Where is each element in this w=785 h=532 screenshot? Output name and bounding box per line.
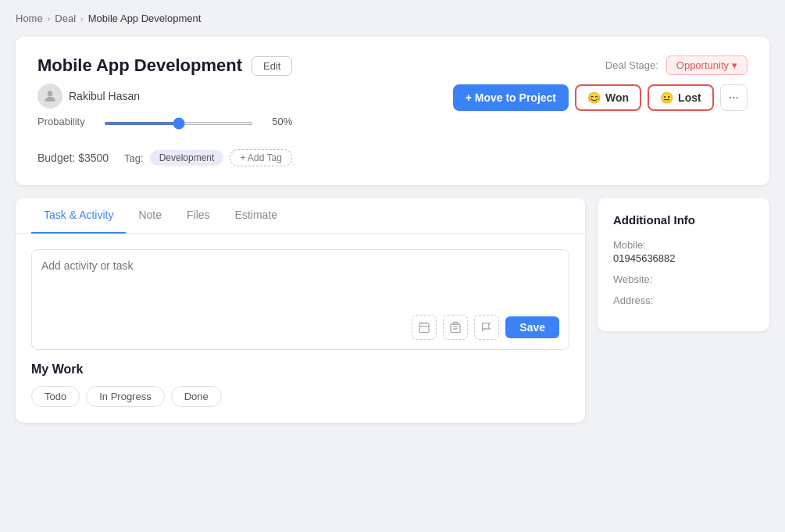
action-buttons: + Move to Project 😊 Won 😐 Lost ··· bbox=[453, 84, 748, 111]
right-section: Deal Stage: Opportunity ▾ + Move to Proj… bbox=[453, 55, 748, 111]
deal-stage-section: Deal Stage: Opportunity ▾ bbox=[605, 55, 748, 75]
work-tab-done[interactable]: Done bbox=[171, 386, 222, 407]
won-emoji-icon: 😊 bbox=[587, 91, 601, 104]
tag-badge: Development bbox=[150, 150, 224, 166]
breadcrumb-current: Mobile App Development bbox=[88, 12, 202, 24]
deal-header: Mobile App Development Edit Rakibul Hasa… bbox=[37, 55, 748, 140]
flag-icon-button[interactable] bbox=[474, 315, 499, 340]
probability-slider-container bbox=[104, 115, 253, 127]
save-button[interactable]: Save bbox=[505, 316, 559, 338]
user-row: Rakibul Hasan bbox=[37, 84, 292, 109]
deal-title-area: Mobile App Development Edit Rakibul Hasa… bbox=[37, 55, 292, 140]
budget-text: Budget: $3500 bbox=[37, 152, 109, 164]
mobile-label: Mobile: bbox=[613, 239, 754, 251]
tag-section: Tag: Development + Add Tag bbox=[124, 149, 292, 166]
activity-toolbar: Save bbox=[41, 315, 559, 340]
tabs-nav: Task & Activity Note Files Estimate bbox=[16, 198, 585, 234]
info-row-website: Website: bbox=[613, 273, 754, 285]
deal-stage-value: Opportunity bbox=[676, 59, 729, 71]
lost-emoji-icon: 😐 bbox=[660, 91, 673, 104]
probability-row: Probability 50% bbox=[37, 115, 292, 127]
work-tab-in-progress[interactable]: In Progress bbox=[86, 386, 164, 407]
lost-button[interactable]: 😐 Lost bbox=[648, 84, 714, 111]
deal-title-section: Mobile App Development Edit bbox=[37, 55, 292, 76]
tab-estimate[interactable]: Estimate bbox=[223, 198, 290, 234]
tag-label: Tag: bbox=[124, 152, 144, 164]
calendar-icon-button[interactable] bbox=[412, 315, 437, 340]
my-work-title: My Work bbox=[31, 362, 569, 377]
activity-input[interactable] bbox=[41, 259, 559, 306]
deal-stage-label: Deal Stage: bbox=[605, 59, 658, 71]
deal-title: Mobile App Development bbox=[37, 55, 242, 76]
breadcrumb-deal[interactable]: Deal bbox=[55, 12, 76, 24]
tab-task-activity[interactable]: Task & Activity bbox=[31, 198, 126, 234]
breadcrumb-sep2: › bbox=[80, 14, 84, 23]
clipboard-icon-button[interactable] bbox=[443, 315, 468, 340]
more-options-button[interactable]: ··· bbox=[720, 84, 748, 111]
probability-slider[interactable] bbox=[104, 122, 253, 125]
won-label: Won bbox=[605, 91, 629, 104]
deal-meta-row: Budget: $3500 Tag: Development + Add Tag bbox=[37, 149, 748, 166]
additional-info-title: Additional Info bbox=[613, 213, 754, 227]
tab-files[interactable]: Files bbox=[174, 198, 223, 234]
my-work-section: My Work Todo In Progress Done bbox=[31, 362, 569, 407]
address-label: Address: bbox=[613, 295, 754, 306]
mobile-value: 01945636882 bbox=[613, 252, 754, 264]
add-tag-button[interactable]: + Add Tag bbox=[230, 149, 292, 166]
work-tabs: Todo In Progress Done bbox=[31, 386, 569, 407]
probability-value: 50% bbox=[261, 116, 292, 127]
user-name: Rakibul Hasan bbox=[69, 90, 140, 102]
activity-input-area: Save bbox=[31, 249, 569, 350]
breadcrumb-home[interactable]: Home bbox=[16, 12, 43, 24]
breadcrumb: Home › Deal › Mobile App Development bbox=[16, 12, 769, 24]
breadcrumb-sep1: › bbox=[48, 14, 51, 23]
deal-stage-badge[interactable]: Opportunity ▾ bbox=[666, 55, 748, 75]
website-label: Website: bbox=[613, 273, 754, 285]
svg-rect-1 bbox=[419, 323, 429, 333]
content-area: Task & Activity Note Files Estimate bbox=[16, 198, 769, 423]
edit-button[interactable]: Edit bbox=[252, 56, 292, 76]
svg-rect-6 bbox=[451, 324, 460, 333]
side-card: Additional Info Mobile: 01945636882 Webs… bbox=[598, 198, 769, 331]
won-button[interactable]: 😊 Won bbox=[575, 84, 641, 111]
probability-label: Probability bbox=[37, 116, 96, 127]
avatar bbox=[37, 84, 62, 109]
move-to-project-button[interactable]: + Move to Project bbox=[453, 84, 569, 111]
work-tab-todo[interactable]: Todo bbox=[31, 386, 80, 407]
chevron-down-icon: ▾ bbox=[732, 59, 737, 71]
deal-card: Mobile App Development Edit Rakibul Hasa… bbox=[16, 37, 769, 185]
info-row-address: Address: bbox=[613, 295, 754, 306]
tabs-card: Task & Activity Note Files Estimate bbox=[16, 198, 585, 423]
tab-content: Save My Work Todo In Progress Done bbox=[16, 234, 585, 423]
lost-label: Lost bbox=[678, 91, 701, 104]
info-row-mobile: Mobile: 01945636882 bbox=[613, 239, 754, 264]
svg-point-0 bbox=[48, 91, 53, 96]
tab-note[interactable]: Note bbox=[126, 198, 174, 234]
